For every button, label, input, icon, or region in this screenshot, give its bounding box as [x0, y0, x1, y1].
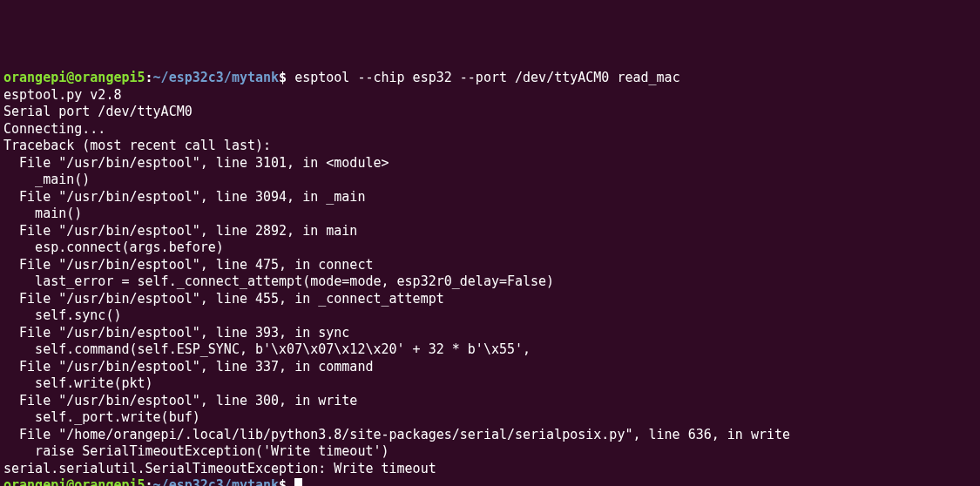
output-line: File "/usr/bin/esptool", line 3101, in <…	[3, 155, 977, 172]
terminal[interactable]: orangepi@orangepi5:~/esp32c3/mytank$ esp…	[3, 70, 977, 486]
output-line: esp.connect(args.before)	[3, 240, 977, 257]
prompt-dollar: $	[279, 70, 294, 85]
output-line: File "/home/orangepi/.local/lib/python3.…	[3, 427, 977, 444]
output-line: esptool.py v2.8	[3, 87, 977, 105]
prompt-colon: :	[145, 70, 153, 85]
output-line: File "/usr/bin/esptool", line 393, in sy…	[3, 325, 977, 342]
output-line: serial.serialutil.SerialTimeoutException…	[3, 461, 977, 478]
output-line: self.sync()	[3, 307, 977, 325]
output-line: Connecting...	[3, 121, 977, 138]
command-line-1: orangepi@orangepi5:~/esp32c3/mytank$ esp…	[3, 70, 977, 87]
prompt-path: ~/esp32c3/mytank	[153, 70, 280, 85]
output-line: self.command(self.ESP_SYNC, b'\x07\x07\x…	[3, 341, 977, 359]
output-line: File "/usr/bin/esptool", line 455, in _c…	[3, 291, 977, 308]
output-line: self.write(pkt)	[3, 375, 977, 393]
command-text: esptool --chip esp32 --port /dev/ttyACM0…	[294, 70, 680, 85]
output-line: File "/usr/bin/esptool", line 337, in co…	[3, 359, 977, 376]
prompt-path: ~/esp32c3/mytank	[153, 477, 280, 486]
output-line: File "/usr/bin/esptool", line 475, in co…	[3, 257, 977, 274]
prompt-dollar: $	[279, 477, 294, 486]
command-line-2[interactable]: orangepi@orangepi5:~/esp32c3/mytank$	[3, 477, 977, 486]
output-line: File "/usr/bin/esptool", line 300, in wr…	[3, 393, 977, 410]
cursor	[294, 478, 302, 486]
output-line: last_error = self._connect_attempt(mode=…	[3, 273, 977, 291]
prompt-user: orangepi@orangepi5	[3, 477, 145, 486]
output-line: _main()	[3, 172, 977, 189]
prompt-colon: :	[145, 477, 153, 486]
prompt-user: orangepi@orangepi5	[3, 70, 145, 85]
output-line: File "/usr/bin/esptool", line 3094, in _…	[3, 189, 977, 206]
output-line: Serial port /dev/ttyACM0	[3, 104, 977, 121]
output-line: raise SerialTimeoutException('Write time…	[3, 443, 977, 461]
output-line: self._port.write(buf)	[3, 409, 977, 427]
output-line: main()	[3, 206, 977, 223]
output-line: File "/usr/bin/esptool", line 2892, in m…	[3, 223, 977, 240]
output-line: Traceback (most recent call last):	[3, 138, 977, 155]
